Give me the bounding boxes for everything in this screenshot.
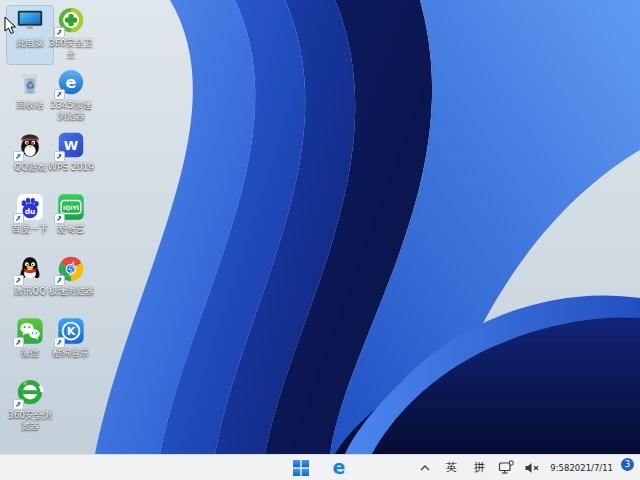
shortcut-arrow-icon: [54, 213, 65, 224]
desktop-icon-qq-games[interactable]: QQ游戏: [7, 130, 53, 188]
ime-mode-indicator[interactable]: 拼: [468, 457, 490, 479]
360-safety-guard-icon: [56, 6, 86, 36]
icon-label: 爱奇艺: [48, 224, 94, 235]
desktop-icon-speed-browser[interactable]: 极速浏览器: [48, 254, 94, 312]
desktop-icon-kugou-music[interactable]: K 酷狗音乐: [48, 316, 94, 374]
volume-muted-icon[interactable]: [522, 457, 542, 479]
desktop-icon-2345-browser[interactable]: e 2345加速浏览器: [48, 68, 94, 126]
baidu-search-icon: du: [15, 192, 45, 222]
kugou-music-icon: K: [56, 316, 86, 346]
shortcut-arrow-icon: [54, 275, 65, 286]
svg-text:♻: ♻: [25, 79, 34, 91]
desktop-icon-360-safe-browser[interactable]: 360安全浏览器: [7, 378, 53, 436]
windows-11-desktop: { "desktop": { "icons": [ {"label": "此电脑…: [0, 0, 640, 480]
desktop-icon-tencent-qq[interactable]: 腾讯QQ: [7, 254, 53, 312]
desktop-icon-baidu-search[interactable]: du 百度一下: [7, 192, 53, 250]
clock-time: 9:58: [550, 463, 569, 473]
windows-logo-icon: [293, 460, 309, 476]
icon-label: 回收站: [7, 100, 53, 111]
iqiyi-icon: iQIYI: [56, 192, 86, 222]
notification-count-badge[interactable]: 3: [621, 458, 634, 471]
desktop-icon-this-pc[interactable]: 此电脑: [7, 6, 53, 64]
network-ethernet-icon[interactable]: [496, 457, 516, 479]
icon-label: 百度一下: [7, 224, 53, 235]
icon-label: 腾讯QQ: [7, 286, 53, 297]
shortcut-arrow-icon: [13, 399, 24, 410]
desktop-icon-wps-2019[interactable]: W WPS 2019: [48, 130, 94, 188]
svg-text:e: e: [66, 73, 77, 92]
mouse-cursor: [4, 16, 17, 35]
2345-browser-icon: e: [56, 68, 86, 98]
system-tray: 英 拼 9:58 2021/7/11 3: [416, 455, 634, 480]
icon-label: 360安全浏览器: [7, 410, 53, 431]
icon-label: 此电脑: [7, 38, 53, 49]
desktop-icon-iqiyi[interactable]: iQIYI 爱奇艺: [48, 192, 94, 250]
svg-text:iQIYI: iQIYI: [63, 204, 79, 211]
start-button[interactable]: [289, 456, 313, 480]
desktop-icon-wechat[interactable]: 微信: [7, 316, 53, 374]
shortcut-arrow-icon: [54, 337, 65, 348]
icon-label: WPS 2019: [48, 162, 94, 173]
speed-browser-icon: [56, 254, 86, 284]
shortcut-arrow-icon: [13, 337, 24, 348]
shortcut-arrow-icon: [54, 89, 65, 100]
shortcut-arrow-icon: [54, 151, 65, 162]
clock-date: 2021/7/11: [569, 463, 613, 473]
svg-text:W: W: [64, 138, 79, 153]
desktop-icon-recycle-bin[interactable]: ♻ 回收站: [7, 68, 53, 126]
svg-text:du: du: [25, 207, 36, 216]
this-pc-icon: [15, 6, 45, 36]
edge-icon: e: [333, 458, 346, 477]
taskbar: e 英 拼 9:58 2021/7/11 3: [0, 454, 640, 480]
shortcut-arrow-icon: [13, 275, 24, 286]
wps-2019-icon: W: [56, 130, 86, 160]
icon-label: 极速浏览器: [48, 286, 94, 297]
desktop-icon-360-safety-guard[interactable]: 360安全卫士: [48, 6, 94, 64]
icon-label: 2345加速浏览器: [48, 100, 94, 121]
tray-chevron-up-icon[interactable]: [416, 457, 434, 479]
clock[interactable]: 9:58 2021/7/11: [548, 457, 615, 479]
icon-label: QQ游戏: [7, 162, 53, 173]
icon-label: 360安全卫士: [48, 38, 94, 59]
shortcut-arrow-icon: [54, 27, 65, 38]
edge-browser-taskbar-button[interactable]: e: [327, 456, 351, 480]
icon-label: 酷狗音乐: [48, 348, 94, 359]
tencent-qq-icon: [15, 254, 45, 284]
shortcut-arrow-icon: [13, 213, 24, 224]
svg-text:K: K: [67, 325, 77, 338]
wallpaper-bloom: [0, 0, 640, 454]
recycle-bin-icon: ♻: [15, 68, 45, 98]
shortcut-arrow-icon: [13, 151, 24, 162]
360-safe-browser-icon: [15, 378, 45, 408]
qq-games-icon: [15, 130, 45, 160]
icon-label: 微信: [7, 348, 53, 359]
ime-language-indicator[interactable]: 英: [440, 457, 462, 479]
wechat-icon: [15, 316, 45, 346]
